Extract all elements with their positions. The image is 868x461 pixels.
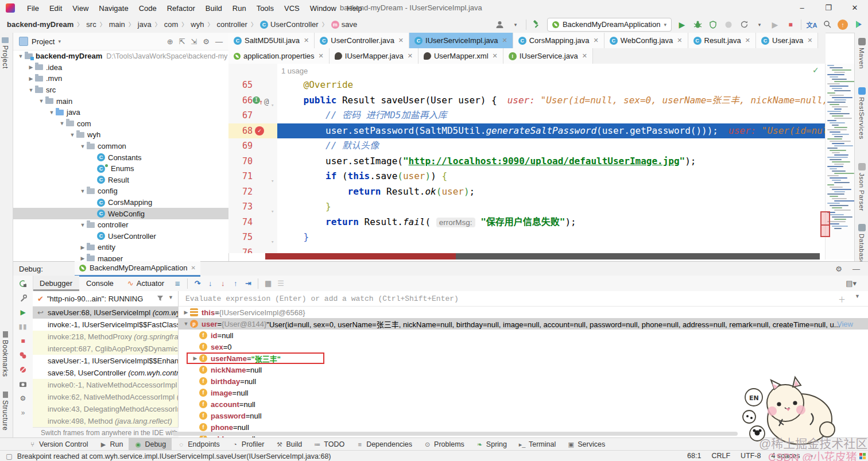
variables-horizontal-scrollbar[interactable] xyxy=(172,432,738,436)
thread-dump-camera-icon[interactable] xyxy=(18,379,28,389)
close-tab-icon[interactable]: ✕ xyxy=(745,37,750,44)
debugger-tab-debugger[interactable]: Debugger xyxy=(33,276,79,291)
profiler-icon[interactable] xyxy=(723,20,734,30)
tree-chevron-icon[interactable]: ▼ xyxy=(48,110,56,115)
collapse-all-icon[interactable]: ⇲ xyxy=(191,37,197,46)
close-icon[interactable]: ✕ xyxy=(191,265,195,271)
step-over-icon[interactable]: ↷ xyxy=(191,279,204,288)
encoding-widget[interactable]: UTF-8 xyxy=(741,452,761,460)
close-button[interactable]: ✕ xyxy=(842,0,868,16)
close-tab-icon[interactable]: ✕ xyxy=(304,37,309,44)
step-out-icon[interactable]: ↑ xyxy=(229,279,242,288)
debug-icon[interactable] xyxy=(692,20,703,30)
variable-row-nickName[interactable]: fnickName = null xyxy=(179,364,868,375)
tree-chevron-icon[interactable]: ▼ xyxy=(79,188,87,194)
tree-chevron-icon[interactable]: ▼ xyxy=(79,222,87,228)
stack-frame-row[interactable]: invoke:498, Method (java.lang.reflect) xyxy=(33,415,178,427)
minimize-button[interactable]: – xyxy=(789,0,815,16)
run-configuration-select[interactable]: BackendMyDreamApplication ▾ xyxy=(547,18,672,32)
tool-window-button-services[interactable]: ▣Services xyxy=(561,438,611,451)
tool-window-button-debug[interactable]: ◉Debug xyxy=(129,438,172,451)
update-icon[interactable]: ↑ xyxy=(838,20,848,30)
tree-chevron-icon[interactable]: ▶ xyxy=(79,245,87,250)
tree-item-idea[interactable]: ▶.idea xyxy=(13,62,228,73)
tree-item-corsmapping[interactable]: CCorsMapping xyxy=(13,197,228,208)
code-line-70[interactable]: 70 user.setImage("http://localhost:9090/… xyxy=(228,154,826,169)
mute-breakpoints-icon[interactable] xyxy=(18,365,28,374)
breadcrumb-save[interactable]: msave xyxy=(331,20,357,29)
minimap-viewport-indicator[interactable] xyxy=(820,211,830,237)
tree-item-enums[interactable]: CEnums xyxy=(13,163,228,175)
breadcrumb-src[interactable]: src xyxy=(86,20,96,29)
inspections-ok-icon[interactable]: ✓ xyxy=(812,65,819,75)
tree-item-constants[interactable]: CConstants xyxy=(13,152,228,163)
restore-layout-icon[interactable]: ▤▾ xyxy=(846,279,857,288)
tree-chevron-icon[interactable]: ▼ xyxy=(68,132,76,138)
tree-chevron-icon[interactable]: ▼ xyxy=(17,53,25,59)
tree-chevron-icon[interactable]: ▼ xyxy=(27,87,35,93)
stack-frame-row[interactable]: save:58, UserController (com.wyh.contro xyxy=(33,367,178,379)
code-line-69[interactable]: 69 // 默认头像 xyxy=(228,138,826,154)
editor-tab-userjava[interactable]: CUser.java✕ xyxy=(756,33,818,48)
variable-row-this[interactable]: ▶this = {IUserServiceImpl@6568} xyxy=(179,307,868,318)
code-line-76[interactable]: 76 xyxy=(228,245,826,254)
line-ending-widget[interactable]: CRLF xyxy=(711,452,730,460)
tool-window-tab-project[interactable]: Project xyxy=(1,37,9,69)
translate-icon[interactable]: 文A xyxy=(807,20,817,30)
editor-tab-iuserservicejava[interactable]: IIUserService.java✕ xyxy=(503,48,593,64)
variable-row-account[interactable]: faccount = null xyxy=(179,398,868,410)
tree-item-controller[interactable]: ▼controller xyxy=(13,219,228,231)
tool-window-tab-maven[interactable]: Maven xyxy=(855,38,868,69)
tool-window-tab-bookmarks[interactable]: Bookmarks xyxy=(1,331,9,377)
project-panel-title[interactable]: Project xyxy=(32,37,55,46)
chevron-down-icon[interactable]: ▾ xyxy=(58,38,61,44)
indent-widget[interactable]: 4 spaces xyxy=(772,452,800,460)
resume-program-icon[interactable]: ▶ xyxy=(18,308,28,317)
tree-chevron-icon[interactable]: ▼ xyxy=(37,98,45,104)
debugger-tab-console[interactable]: Console xyxy=(79,276,121,291)
tree-item-common[interactable]: ▼common xyxy=(13,141,228,152)
tree-item-usercontroller[interactable]: CUserController xyxy=(13,231,228,242)
variable-row-password[interactable]: fpassword = null xyxy=(179,410,868,421)
stack-frame-row[interactable]: intercept:687, CglibAopProxy$DynamicA xyxy=(33,343,178,355)
hide-icon[interactable]: — xyxy=(852,265,860,273)
stack-frame-row[interactable]: saveUser:-1, IUserServiceImpl$$Enhance xyxy=(33,355,178,367)
tree-item-result[interactable]: CResult xyxy=(13,175,228,186)
breadcrumb-wyh[interactable]: wyh xyxy=(191,20,204,29)
tree-item-com[interactable]: ▼com xyxy=(13,118,228,130)
tool-window-button-run[interactable]: ▶Run xyxy=(94,438,129,451)
usages-inlay-hint[interactable]: 1 usage xyxy=(228,64,826,78)
code-line-75[interactable]: 75▾ } xyxy=(228,230,826,245)
code-line-71[interactable]: 71▾ if (this.save(user)) { xyxy=(228,169,826,184)
tree-item-entity[interactable]: ▶entity xyxy=(13,242,228,253)
debugger-settings-gear-icon[interactable]: ⚙ xyxy=(18,394,28,403)
tree-chevron-icon[interactable]: ▼ xyxy=(182,321,190,327)
stack-frame-row[interactable]: invoke:-1, IUserServiceImpl$$FastClassBy xyxy=(33,319,178,331)
settings-gear-icon[interactable]: ⚙ xyxy=(203,37,210,46)
debug-session-tab[interactable]: BackendMyDreamApplication ✕ xyxy=(75,261,200,277)
chevron-down-icon[interactable]: ▼ xyxy=(855,293,860,304)
tree-item-src[interactable]: ▼src xyxy=(13,84,228,96)
menu-window[interactable]: Window xyxy=(305,1,342,16)
tool-window-button-version-control[interactable]: ⑂Version Control xyxy=(23,438,94,451)
code-line-72[interactable]: 72 return Result.ok(user); xyxy=(228,184,826,200)
stop-icon[interactable]: ■ xyxy=(785,20,796,30)
menu-edit[interactable]: Edit xyxy=(44,1,67,16)
filter-funnel-icon[interactable] xyxy=(157,295,164,303)
editor-tab-saltmd5utiljava[interactable]: CSaltMD5Util.java✕ xyxy=(228,33,315,48)
code-editor[interactable]: 1 usage65 @Override66I↑@▾ public Result … xyxy=(228,64,826,253)
menu-vcs[interactable]: VCS xyxy=(279,1,305,16)
view-value-link[interactable]: View xyxy=(837,320,853,328)
locate-icon[interactable]: ⊕ xyxy=(167,37,173,46)
search-icon[interactable] xyxy=(822,20,832,30)
close-tab-icon[interactable]: ✕ xyxy=(408,52,413,60)
editor-tab-corsmappingjava[interactable]: CCorsMapping.java✕ xyxy=(513,33,604,48)
view-breakpoints-icon[interactable] xyxy=(18,351,28,360)
editor-tab-iusermapperjava[interactable]: IUserMapper.java✕ xyxy=(330,48,418,64)
tree-chevron-icon[interactable]: ▶ xyxy=(27,64,35,70)
hamburger-menu-icon[interactable]: ≡ xyxy=(171,278,184,288)
stop-icon[interactable]: ■ xyxy=(18,336,28,346)
breadcrumb-com[interactable]: com xyxy=(164,20,179,29)
maximize-button[interactable]: ❐ xyxy=(815,0,842,16)
tool-window-tab-restservices[interactable]: RestServices xyxy=(855,87,868,140)
